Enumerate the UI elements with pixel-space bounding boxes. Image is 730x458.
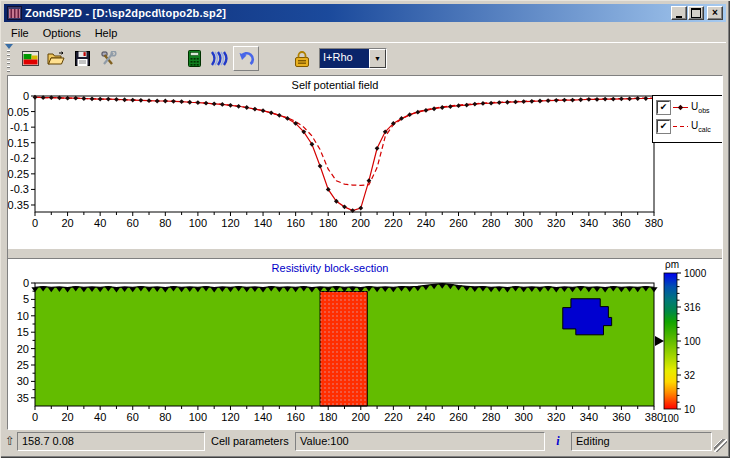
lock-button[interactable]: [289, 46, 315, 71]
svg-text:ρm: ρm: [665, 259, 679, 270]
calculator-icon: [188, 50, 201, 67]
ucalc-checkbox[interactable]: ✔: [657, 120, 670, 133]
svg-text:340: 340: [580, 411, 598, 423]
status-value: Value:100: [295, 432, 545, 451]
svg-text:100: 100: [684, 336, 701, 347]
close-button[interactable]: ×: [707, 6, 723, 20]
svg-text:180: 180: [319, 217, 337, 229]
ucalc-label: Ucalc: [691, 120, 711, 133]
menu-file[interactable]: File: [4, 25, 36, 41]
inversion-waves-icon: [210, 50, 230, 67]
save-file-button[interactable]: [69, 46, 95, 71]
menu-help[interactable]: Help: [88, 25, 125, 41]
svg-text:180: 180: [319, 411, 337, 423]
svg-text:300: 300: [515, 217, 533, 229]
settings-button[interactable]: [95, 46, 121, 71]
svg-text:200: 200: [352, 217, 370, 229]
svg-text:20: 20: [17, 343, 29, 355]
svg-text:80: 80: [159, 411, 171, 423]
undo-button[interactable]: [233, 46, 259, 71]
svg-text:120: 120: [221, 217, 239, 229]
sp-legend: ✔ Uobs ✔ Ucalc: [652, 95, 722, 143]
svg-text:360: 360: [612, 217, 630, 229]
svg-text:-0.2: -0.2: [10, 152, 29, 164]
status-cell-parameters: Cell parameters: [205, 435, 295, 447]
uobs-curve: [35, 97, 654, 210]
uobs-label: Uobs: [691, 101, 710, 114]
svg-text:20: 20: [61, 217, 73, 229]
svg-text:320: 320: [547, 217, 565, 229]
colorbar-value-marker: [655, 336, 664, 346]
legend-row-uobs: ✔ Uobs: [657, 100, 722, 114]
svg-text:32: 32: [684, 370, 696, 381]
toolbar-chevron-icon[interactable]: [5, 44, 13, 49]
svg-text:-0.3: -0.3: [10, 183, 29, 195]
legend-line-solid-icon: [673, 103, 688, 112]
resistivity-panel: Resistivity block-section 05101520253035…: [8, 259, 722, 430]
svg-text:40: 40: [94, 217, 106, 229]
svg-text:140: 140: [254, 217, 272, 229]
resistivity-section[interactable]: 0510152025303502040608010012014016018020…: [8, 259, 722, 430]
section-settings-button[interactable]: [17, 46, 43, 71]
svg-text:200: 200: [352, 411, 370, 423]
calculator-button[interactable]: [181, 46, 207, 71]
app-icon: [7, 6, 22, 20]
sp-chart[interactable]: 0-0.05-0.1-0.15-0.2-0.25-0.3-0.350204060…: [8, 76, 722, 248]
ucalc-curve: [35, 97, 654, 185]
svg-text:360: 360: [612, 411, 630, 423]
open-file-button[interactable]: [43, 46, 69, 71]
status-arrow-icon: ⇧: [3, 434, 17, 448]
svg-text:-0.15: -0.15: [8, 137, 29, 149]
svg-text:60: 60: [127, 217, 139, 229]
minimize-icon: [676, 16, 682, 18]
uobs-checkbox[interactable]: ✔: [657, 101, 670, 114]
svg-text:1000: 1000: [684, 268, 707, 279]
svg-text:260: 260: [449, 217, 467, 229]
svg-text:120: 120: [221, 411, 239, 423]
save-icon: [75, 51, 90, 66]
svg-text:0: 0: [32, 411, 38, 423]
svg-text:25: 25: [17, 359, 29, 371]
window-title: ZondSP2D - [D:\sp2dpcd\topo2b.sp2]: [25, 7, 671, 19]
svg-text:280: 280: [482, 217, 500, 229]
maximize-icon: [691, 8, 701, 18]
svg-text:20: 20: [61, 411, 73, 423]
menu-bar: File Options Help: [4, 23, 726, 42]
inversion-button[interactable]: [207, 46, 233, 71]
combobox-dropdown-button[interactable]: ▼: [369, 49, 386, 68]
minimize-button[interactable]: [671, 6, 687, 20]
title-bar[interactable]: ZondSP2D - [D:\sp2dpcd\topo2b.sp2] ×: [4, 4, 726, 22]
svg-text:220: 220: [384, 217, 402, 229]
svg-text:5: 5: [23, 293, 29, 305]
mode-combobox[interactable]: I+Rho ▼: [319, 48, 387, 69]
lock-icon: [294, 51, 310, 67]
resize-grip[interactable]: [714, 439, 727, 452]
svg-text:100: 100: [189, 411, 207, 423]
chart-splitter[interactable]: [8, 248, 722, 259]
menu-options[interactable]: Options: [36, 25, 88, 41]
svg-text:80: 80: [159, 217, 171, 229]
svg-text:60: 60: [127, 411, 139, 423]
svg-text:100: 100: [662, 413, 679, 424]
svg-text:260: 260: [449, 411, 467, 423]
maximize-button[interactable]: [688, 6, 704, 20]
info-icon: i: [545, 434, 571, 449]
undo-icon: [237, 51, 255, 67]
mode-combobox-value: I+Rho: [320, 49, 369, 68]
svg-text:-0.35: -0.35: [8, 199, 29, 211]
open-folder-icon: [47, 51, 65, 66]
svg-text:220: 220: [384, 411, 402, 423]
status-coordinates: 158.7 0.08: [17, 432, 205, 451]
legend-line-dashed-icon: [673, 122, 688, 131]
toolbar-grip[interactable]: [6, 50, 13, 72]
svg-text:35: 35: [17, 392, 29, 404]
svg-text:-0.25: -0.25: [8, 168, 29, 180]
svg-text:160: 160: [286, 217, 304, 229]
svg-text:40: 40: [94, 411, 106, 423]
section-colors-icon: [22, 51, 39, 66]
sp-chart-panel: Self potential field 0-0.05-0.1-0.15-0.2…: [8, 76, 722, 248]
toolbar: I+Rho ▼: [4, 42, 726, 74]
svg-text:15: 15: [17, 326, 29, 338]
status-mode: Editing: [571, 432, 712, 451]
svg-text:140: 140: [254, 411, 272, 423]
